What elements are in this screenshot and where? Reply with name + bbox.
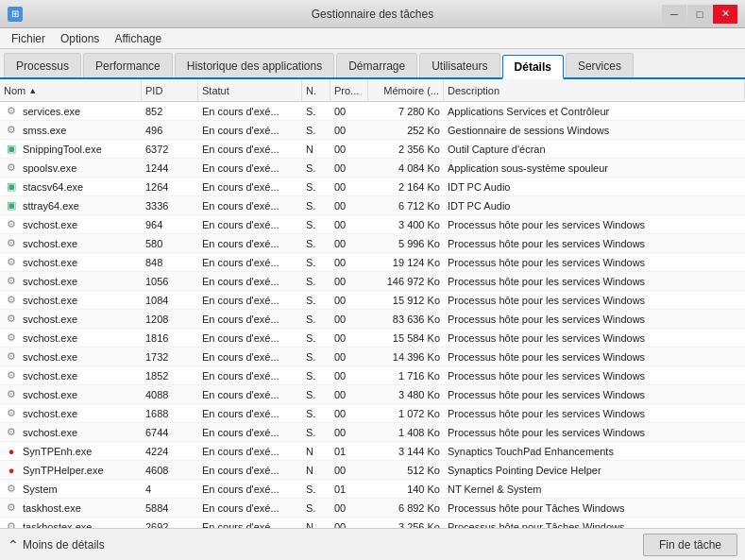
cell-pid: 1732: [142, 348, 198, 366]
cell-pro: 00: [330, 196, 368, 215]
cell-statut: En cours d'exé...: [198, 518, 302, 529]
tab-utilisateurs[interactable]: Utilisateurs: [419, 53, 499, 77]
table-row[interactable]: ⚙ svchost.exe 1208 En cours d'exé... S. …: [0, 310, 745, 329]
cell-desc: Processus hôte pour les services Windows: [444, 234, 745, 253]
cell-mem: 3 400 Ko: [368, 215, 444, 234]
footer: ⌃ Moins de détails Fin de tâche: [0, 528, 745, 560]
cell-desc: Processus hôte pour les services Windows: [444, 348, 745, 366]
table-row[interactable]: ⚙ svchost.exe 1732 En cours d'exé... S. …: [0, 348, 745, 366]
chevron-up-icon: ⌃: [8, 537, 19, 552]
table-row[interactable]: ⚙ svchost.exe 580 En cours d'exé... S. 0…: [0, 234, 745, 253]
table-row[interactable]: ⚙ svchost.exe 1852 En cours d'exé... S. …: [0, 366, 745, 385]
cell-mem: 2 356 Ko: [368, 140, 444, 159]
table-row[interactable]: ⚙ svchost.exe 1688 En cours d'exé... S. …: [0, 404, 745, 423]
table-row[interactable]: ⚙ taskhostex.exe 2692 En cours d'exé... …: [0, 518, 745, 528]
maximize-button[interactable]: □: [687, 5, 712, 24]
tab-processus[interactable]: Processus: [4, 53, 81, 77]
minimize-button[interactable]: ─: [662, 5, 686, 24]
app-icon: ⊞: [8, 7, 23, 22]
cell-desc: Application sous-système spouleur: [444, 159, 745, 178]
cell-pro: 01: [330, 442, 368, 461]
table-row[interactable]: ⚙ taskhost.exe 5884 En cours d'exé... S.…: [0, 499, 745, 518]
cell-nom: ▣ sttray64.exe: [0, 196, 142, 215]
cell-statut: En cours d'exé...: [198, 404, 302, 423]
tab-demarrage[interactable]: Démarrage: [336, 53, 417, 77]
menu-fichier[interactable]: Fichier: [4, 30, 53, 47]
table-row[interactable]: ⚙ svchost.exe 4088 En cours d'exé... S. …: [0, 385, 745, 404]
process-icon: ▣: [4, 179, 19, 195]
fin-tache-button[interactable]: Fin de tâche: [643, 534, 737, 556]
col-header-pro[interactable]: Pro...: [330, 79, 368, 102]
table-row[interactable]: ⚙ svchost.exe 848 En cours d'exé... S. 0…: [0, 253, 745, 272]
cell-n: N: [302, 461, 330, 480]
cell-mem: 19 124 Ko: [368, 253, 444, 272]
col-header-mem[interactable]: Mémoire (...: [368, 79, 444, 102]
cell-desc: Synaptics Pointing Device Helper: [444, 461, 745, 480]
cell-statut: En cours d'exé...: [198, 310, 302, 329]
col-header-statut[interactable]: Statut: [198, 79, 302, 102]
cell-pid: 2692: [142, 518, 198, 529]
tab-details[interactable]: Détails: [502, 55, 564, 79]
tab-performance[interactable]: Performance: [83, 53, 173, 77]
cell-n: N: [302, 140, 330, 159]
cell-pro: 00: [330, 385, 368, 404]
cell-n: S.: [302, 272, 330, 291]
cell-nom: ⚙ svchost.exe: [0, 215, 142, 234]
table-row[interactable]: ⚙ svchost.exe 6744 En cours d'exé... S. …: [0, 423, 745, 442]
col-header-nom[interactable]: Nom▲: [0, 79, 142, 102]
cell-statut: En cours d'exé...: [198, 423, 302, 442]
tab-historique[interactable]: Historique des applications: [175, 53, 334, 77]
cell-desc: Outil Capture d'écran: [444, 140, 745, 159]
table-row[interactable]: ⚙ svchost.exe 1084 En cours d'exé... S. …: [0, 291, 745, 310]
cell-pid: 1852: [142, 366, 198, 385]
menu-options[interactable]: Options: [53, 30, 107, 47]
table-row[interactable]: ● SynTPHelper.exe 4608 En cours d'exé...…: [0, 461, 745, 480]
tab-services[interactable]: Services: [566, 53, 634, 77]
table-row[interactable]: ⚙ System 4 En cours d'exé... S. 01 140 K…: [0, 480, 745, 499]
cell-statut: En cours d'exé...: [198, 329, 302, 348]
menu-affichage[interactable]: Affichage: [107, 30, 169, 47]
cell-mem: 512 Ko: [368, 461, 444, 480]
process-icon: ⚙: [4, 104, 19, 119]
col-header-pid[interactable]: PID: [142, 79, 198, 102]
cell-nom: ⚙ svchost.exe: [0, 348, 142, 366]
col-header-desc[interactable]: Description: [444, 79, 745, 102]
table-row[interactable]: ⚙ svchost.exe 1816 En cours d'exé... S. …: [0, 329, 745, 348]
table-row[interactable]: ⚙ spoolsv.exe 1244 En cours d'exé... S. …: [0, 159, 745, 178]
cell-statut: En cours d'exé...: [198, 499, 302, 518]
cell-pid: 1264: [142, 178, 198, 196]
cell-n: S.: [302, 310, 330, 329]
cell-nom: ⚙ svchost.exe: [0, 404, 142, 423]
cell-pid: 4088: [142, 385, 198, 404]
cell-nom: ● SynTPEnh.exe: [0, 442, 142, 461]
cell-statut: En cours d'exé...: [198, 461, 302, 480]
cell-nom: ⚙ svchost.exe: [0, 385, 142, 404]
table-row[interactable]: ⚙ smss.exe 496 En cours d'exé... S. 00 2…: [0, 121, 745, 140]
cell-mem: 3 480 Ko: [368, 385, 444, 404]
cell-desc: IDT PC Audio: [444, 178, 745, 196]
cell-nom: ⚙ System: [0, 480, 142, 499]
cell-n: S.: [302, 499, 330, 518]
cell-desc: Processus hôte pour les services Windows: [444, 215, 745, 234]
cell-statut: En cours d'exé...: [198, 121, 302, 140]
table-row[interactable]: ⚙ services.exe 852 En cours d'exé... S. …: [0, 102, 745, 121]
moins-details-button[interactable]: ⌃ Moins de détails: [8, 537, 105, 552]
table-row[interactable]: ▣ sttray64.exe 3336 En cours d'exé... S.…: [0, 196, 745, 215]
cell-statut: En cours d'exé...: [198, 272, 302, 291]
table-row[interactable]: ⚙ svchost.exe 964 En cours d'exé... S. 0…: [0, 215, 745, 234]
close-button[interactable]: ✕: [713, 5, 737, 24]
process-icon: ●: [4, 463, 19, 478]
cell-desc: Processus hôte pour les services Windows: [444, 404, 745, 423]
cell-pid: 4608: [142, 461, 198, 480]
table-row[interactable]: ● SynTPEnh.exe 4224 En cours d'exé... N …: [0, 442, 745, 461]
cell-mem: 7 280 Ko: [368, 102, 444, 121]
col-header-n[interactable]: N.: [302, 79, 330, 102]
cell-mem: 4 084 Ko: [368, 159, 444, 178]
cell-n: S.: [302, 215, 330, 234]
cell-mem: 15 584 Ko: [368, 329, 444, 348]
cell-n: N: [302, 442, 330, 461]
table-row[interactable]: ▣ SnippingTool.exe 6372 En cours d'exé..…: [0, 140, 745, 159]
table-row[interactable]: ⚙ svchost.exe 1056 En cours d'exé... S. …: [0, 272, 745, 291]
cell-desc: Processus hôte pour les services Windows: [444, 253, 745, 272]
table-row[interactable]: ▣ stacsv64.exe 1264 En cours d'exé... S.…: [0, 178, 745, 196]
